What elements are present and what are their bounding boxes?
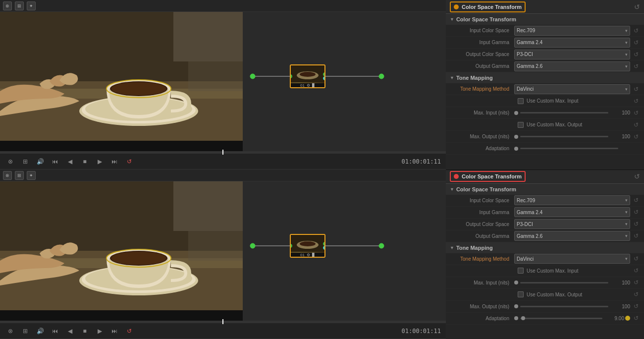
panel1-reset-icon[interactable]: ↺ <box>634 3 640 11</box>
audio-btn-1[interactable]: 🔊 <box>35 156 46 167</box>
panel2-output-gamma-dropdown[interactable]: Gamma 2.6 ▾ <box>514 231 630 241</box>
panel1-custom-output-checkbox[interactable] <box>518 122 524 128</box>
panel2-custom-input-checkbox[interactable] <box>518 268 524 274</box>
panel2-custom-output-reset[interactable]: ↺ <box>632 290 640 298</box>
play-btn-2[interactable]: ▶ <box>94 326 105 337</box>
panel1-max-output-slider[interactable] <box>520 136 608 137</box>
panel1-tone-method-row: Tone Mapping Method DaVinci ▾ ↺ <box>446 83 644 95</box>
panel1-custom-input-checkbox[interactable] <box>518 98 524 104</box>
panel2-adaptation-value: 9.00 <box>604 316 624 321</box>
prev-btn-1[interactable]: ⏮ <box>50 156 60 167</box>
panel2-tone-method-dropdown[interactable]: DaVinci ▾ <box>514 254 630 264</box>
node-output-port-green-2 <box>323 242 325 246</box>
panel1-output-gamma-reset[interactable]: ↺ <box>632 62 640 70</box>
node-1[interactable]: 01 ⚙ ▊ <box>290 64 325 88</box>
panel1-output-cs-reset[interactable]: ↺ <box>632 51 640 58</box>
layers-btn-1[interactable]: ⊞ <box>20 156 31 167</box>
rewind-btn-1[interactable]: ◀ <box>64 156 75 167</box>
panel1-custom-input-reset[interactable]: ↺ <box>632 97 640 105</box>
panel1-max-output-label: Max. Output (nits) <box>450 134 514 139</box>
next-btn-2[interactable]: ⏭ <box>109 326 120 337</box>
panel2-props: ▼ Color Space Transform Input Color Spac… <box>446 184 644 339</box>
panel2-tone-section-header[interactable]: ▼ Tone Mapping <box>446 242 644 253</box>
panel2-tone-method-row: Tone Mapping Method DaVinci ▾ ↺ <box>446 253 644 265</box>
node-gear-icon-1: ⚙ <box>307 83 310 88</box>
panel2-input-gamma-dropdown[interactable]: Gamma 2.4 ▾ <box>514 207 630 217</box>
panel2-max-output-slider[interactable] <box>520 306 608 307</box>
panel1-custom-output-reset[interactable]: ↺ <box>632 121 640 129</box>
panel2-cst-section-title: Color Space Transform <box>456 186 516 192</box>
panel2-output-cs-dropdown[interactable]: P3-DCI ▾ <box>514 219 630 229</box>
viewer-icon-1[interactable]: ⊗ <box>3 1 12 10</box>
next-btn-1[interactable]: ⏭ <box>109 156 120 167</box>
stop-btn-1[interactable]: ■ <box>79 156 90 167</box>
panel2-output-gamma-reset[interactable]: ↺ <box>632 232 640 240</box>
progress-bar-2[interactable] <box>0 321 446 323</box>
panel2-input-cs-dropdown[interactable]: Rec.709 ▾ <box>514 195 630 205</box>
panel1-tone-method-reset[interactable]: ↺ <box>632 85 640 93</box>
prev-btn-2[interactable]: ⏮ <box>50 326 60 337</box>
loop-btn-1[interactable]: ↺ <box>124 156 135 167</box>
svg-point-15 <box>379 74 384 79</box>
play-btn-1[interactable]: ▶ <box>94 156 105 167</box>
layers-btn-2[interactable]: ⊞ <box>20 326 31 337</box>
node-label-1: 01 <box>300 83 305 88</box>
panel2-output-cs-arrow: ▾ <box>625 222 628 226</box>
panel1-input-gamma-row: Input Gamma Gamma 2.4 ▾ ↺ <box>446 37 644 49</box>
panel2-custom-input-reset[interactable]: ↺ <box>632 267 640 275</box>
panel1-cst-section-header[interactable]: ▼ Color Space Transform <box>446 14 644 25</box>
panel2-max-input-value: 100 <box>610 280 630 285</box>
viewer-options-btn-1[interactable]: ⊗ <box>5 156 16 167</box>
viewer-icon-3[interactable]: ✦ <box>27 1 36 10</box>
viewer-icon-6[interactable]: ✦ <box>27 171 36 180</box>
panel2-max-input-reset[interactable]: ↺ <box>632 279 640 286</box>
panel1-max-input-value: 100 <box>610 110 630 115</box>
panel1-adaptation-slider[interactable] <box>520 148 618 149</box>
panel2-custom-output-checkbox[interactable] <box>518 291 524 297</box>
panel2-max-input-slider[interactable] <box>520 282 608 283</box>
panel2-title: Color Space Transform <box>462 173 522 179</box>
panel1-max-output-reset[interactable]: ↺ <box>632 133 640 141</box>
progress-bar-1[interactable] <box>0 151 446 153</box>
audio-btn-2[interactable]: 🔊 <box>35 326 46 337</box>
panel1-output-cs-label: Output Color Space <box>450 52 514 57</box>
node-bar-icon-1: ▊ <box>312 83 315 88</box>
panel1-max-input-reset[interactable]: ↺ <box>632 109 640 117</box>
panel2-input-cs-reset[interactable]: ↺ <box>632 196 640 204</box>
viewer-section-2: ⊗ ⊞ ✦ <box>0 170 446 339</box>
panel1-tone-method-dropdown[interactable]: DaVinci ▾ <box>514 84 630 94</box>
panel2-tone-method-reset[interactable]: ↺ <box>632 255 640 263</box>
panel1-tone-section-header[interactable]: ▼ Tone Mapping <box>446 72 644 83</box>
panel1-input-cs-dropdown[interactable]: Rec.709 ▾ <box>514 26 630 36</box>
viewer-icon-5[interactable]: ⊞ <box>15 171 24 180</box>
panel1-input-gamma-dropdown[interactable]: Gamma 2.4 ▾ <box>514 38 630 48</box>
panel1-max-input-slider[interactable] <box>520 112 608 113</box>
panel1-custom-input-row: Use Custom Max. Input ↺ <box>446 95 644 107</box>
panel1-output-cs-row: Output Color Space P3-DCI ▾ ↺ <box>446 49 644 60</box>
panel1-input-cs-reset[interactable]: ↺ <box>632 27 640 35</box>
panel1-cst-section-title: Color Space Transform <box>456 16 516 22</box>
panel2-adaptation-reset[interactable]: ↺ <box>632 314 640 322</box>
panel2-output-gamma-row: Output Gamma Gamma 2.6 ▾ ↺ <box>446 230 644 242</box>
panel2-max-output-reset[interactable]: ↺ <box>632 302 640 310</box>
panel1-output-gamma-dropdown[interactable]: Gamma 2.6 ▾ <box>514 61 630 71</box>
panel1-cst-arrow: ▼ <box>450 17 454 22</box>
panel2-input-gamma-reset[interactable]: ↺ <box>632 208 640 216</box>
rewind-btn-2[interactable]: ◀ <box>64 326 75 337</box>
node-output-port-teal-1 <box>323 76 325 80</box>
panel1-output-cs-dropdown[interactable]: P3-DCI ▾ <box>514 50 630 59</box>
stop-btn-2[interactable]: ■ <box>79 326 90 337</box>
panel2-cst-section-header[interactable]: ▼ Color Space Transform <box>446 184 644 195</box>
panel2-adaptation-slider[interactable] <box>520 318 602 319</box>
panel2-output-cs-reset[interactable]: ↺ <box>632 220 640 228</box>
video-frame-1 <box>0 12 243 141</box>
panel1-input-cs-label: Input Color Space <box>450 28 514 33</box>
viewer-icon-4[interactable]: ⊗ <box>3 171 12 180</box>
panel1-input-gamma-reset[interactable]: ↺ <box>632 39 640 47</box>
loop-btn-2[interactable]: ↺ <box>124 326 135 337</box>
panel1-input-cs-control: Rec.709 ▾ ↺ <box>514 26 640 36</box>
viewer-options-btn-2[interactable]: ⊗ <box>5 326 16 337</box>
viewer-icon-2[interactable]: ⊞ <box>15 1 24 10</box>
node-2[interactable]: 01 ⚙ ▊ <box>290 234 325 258</box>
panel2-reset-icon[interactable]: ↺ <box>634 172 640 180</box>
